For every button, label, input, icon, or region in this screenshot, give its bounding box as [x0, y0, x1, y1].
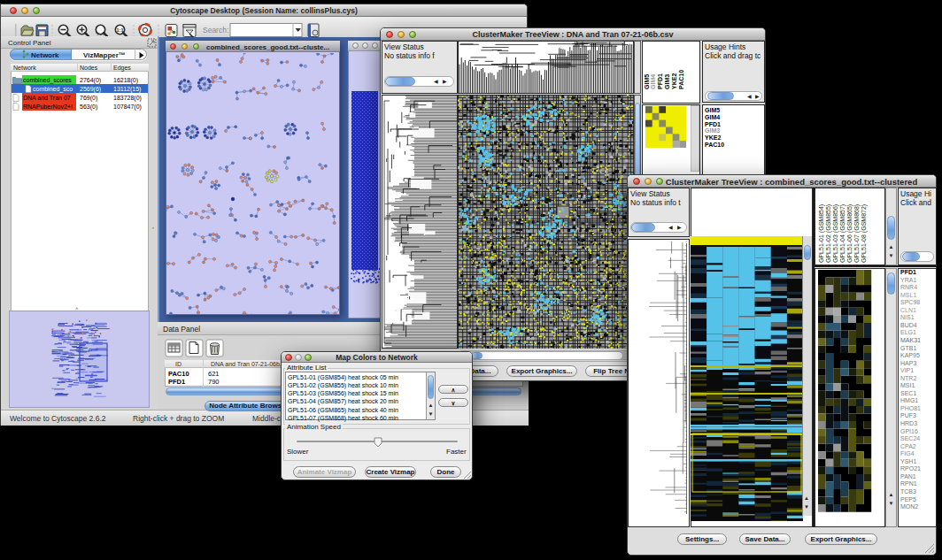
svg-text:GPL51-07 (GSM868): GPL51-07 (GSM868): [853, 204, 861, 263]
svg-text:GPL51-06 (GSM865): GPL51-06 (GSM865): [846, 204, 853, 263]
svg-text:GPL51-08 (GSM872): GPL51-08 (GSM872): [861, 204, 868, 263]
svg-text:GPL51-04 (GSM857): GPL51-04 (GSM857): [839, 204, 846, 263]
svg-text:GIM3: GIM3: [664, 74, 670, 89]
svg-text:1:1: 1:1: [117, 27, 124, 33]
svg-text:YKE2: YKE2: [671, 73, 677, 89]
svg-text:Search:: Search:: [203, 26, 228, 35]
svg-text:GPL51-02 (GSM855): GPL51-02 (GSM855): [825, 204, 832, 263]
svg-text:GIM4: GIM4: [650, 74, 656, 89]
svg-text:GPL51-01 (GSM854): GPL51-01 (GSM854): [818, 204, 825, 263]
svg-text:PFD1: PFD1: [657, 73, 663, 89]
svg-text:PAC10: PAC10: [678, 70, 684, 89]
svg-text:GIM5: GIM5: [644, 74, 650, 89]
svg-text:GPL51-03 (GSM856): GPL51-03 (GSM856): [832, 204, 839, 263]
